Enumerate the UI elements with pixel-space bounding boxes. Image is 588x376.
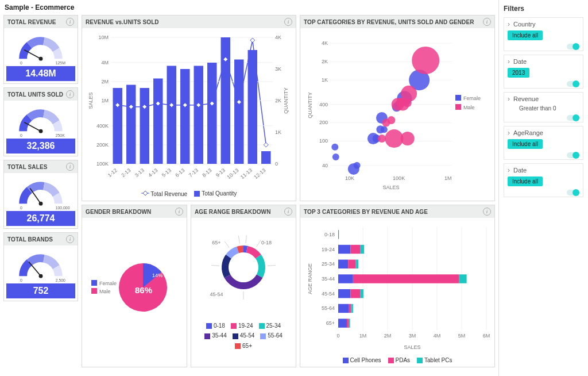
svg-text:19-24: 19-24 [322,247,335,252]
filter-name[interactable]: AgeRange [504,126,583,139]
kpi-title: TOTAL BRANDS [7,236,53,243]
filter-value[interactable]: Include all [508,30,579,40]
svg-text:Female: Female [99,281,117,286]
legend-item: Total Revenue [141,190,188,197]
filter-toggle[interactable] [504,190,583,197]
filter-toggle[interactable] [504,115,583,122]
svg-text:6M: 6M [483,333,490,339]
filter-value[interactable]: Greater than 0 [508,105,579,112]
info-icon[interactable]: i [66,235,74,243]
filter-value[interactable]: Include all [508,177,579,186]
svg-rect-179 [349,319,350,327]
gauge-brands: 02,500 [9,249,72,283]
svg-rect-171 [361,289,363,298]
svg-rect-173 [338,304,349,313]
svg-rect-56 [207,63,216,164]
svg-text:1M: 1M [359,333,367,339]
info-icon[interactable]: i [284,18,292,26]
svg-point-115 [412,47,439,74]
svg-text:0: 0 [336,333,339,339]
svg-rect-68 [261,151,270,164]
filter-name[interactable]: Date [504,55,583,68]
filter-block[interactable]: AgeRangeInclude all [504,126,583,160]
svg-rect-174 [349,304,351,313]
chart-title: REVENUE vs.UNITS SOLD [86,19,159,25]
svg-rect-178 [347,319,349,327]
info-icon[interactable]: i [175,208,183,216]
svg-text:2,500: 2,500 [56,278,65,282]
svg-text:2M: 2M [384,333,392,339]
chart-title: TOP 3 CATEGORIES BY REVENUE AND AGE [304,209,428,215]
filter-value[interactable]: 2013 [508,68,579,78]
svg-rect-65 [248,50,257,164]
svg-text:45-54: 45-54 [322,291,335,297]
svg-rect-166 [353,274,459,283]
svg-text:QUANTITY: QUANTITY [307,92,313,118]
svg-rect-169 [338,289,351,298]
svg-point-114 [401,86,417,102]
svg-text:SALES: SALES [404,344,420,350]
svg-point-99 [381,126,388,133]
svg-rect-59 [221,37,230,164]
svg-rect-177 [338,319,347,327]
svg-text:11-13: 11-13 [239,167,253,180]
filter-name[interactable]: Country [504,18,583,30]
info-icon[interactable]: i [483,18,491,26]
filter-toggle[interactable] [504,152,583,159]
filters-title: Filters [504,3,583,17]
legend-item: 35-44 [204,332,227,339]
filter-block[interactable]: CountryInclude all [504,17,583,51]
info-icon[interactable]: i [483,208,491,216]
svg-text:400K: 400K [96,123,109,129]
info-icon[interactable]: i [66,90,74,98]
kpi-value: 32,386 [6,139,75,154]
svg-text:3K: 3K [275,66,281,72]
info-icon[interactable]: i [284,208,292,216]
chart-revenue-units: REVENUE vs.UNITS SOLDi 100K200K400K1M2M4… [82,15,296,201]
svg-text:14%: 14% [152,273,163,278]
svg-text:65+: 65+ [212,240,220,245]
filter-block[interactable]: DateInclude all [504,163,583,197]
filter-value[interactable]: Include all [508,139,579,149]
info-icon[interactable]: i [66,163,74,171]
filter-toggle[interactable] [504,44,583,51]
gauge-revenue: 0125M [9,32,72,66]
chart-svg: 100K200K400K1M2M4M10M01K2K3K4K1-122-133-… [86,32,292,187]
legend-item: 65+ [235,343,252,349]
svg-line-129 [246,235,246,243]
chart-svg: 01M2M3M4M5M6M0-1819-2425-3435-4445-5455-… [304,221,492,354]
legend-item: 0-18 [206,323,225,329]
svg-text:10M: 10M [98,34,109,40]
info-icon[interactable]: i [66,18,74,26]
svg-point-105 [378,135,386,143]
svg-text:QUANTITY: QUANTITY [283,87,289,114]
legend-item: PDAs [388,357,411,363]
svg-text:400: 400 [319,102,328,108]
svg-text:200K: 200K [96,142,109,148]
svg-text:86%: 86% [135,285,152,295]
svg-rect-118 [455,95,461,101]
svg-text:1K: 1K [322,77,328,83]
svg-text:12-13: 12-13 [253,167,266,180]
svg-rect-175 [351,304,353,313]
kpi-card-units: TOTAL UNITS SOLDi 0250K 32,386 [3,87,78,156]
chart-title: TOP CATEGORIES BY REVENUE, UNITS SOLD AN… [304,19,474,25]
chart-svg: 401002004001K2K4K10K100K1MQUANTITYSALESF… [304,32,492,193]
filter-toggle[interactable] [504,81,583,88]
svg-rect-38 [126,85,136,164]
filter-block[interactable]: RevenueGreater than 0 [504,92,583,122]
filter-name[interactable]: Date [504,164,583,177]
svg-rect-159 [361,245,364,254]
svg-text:25-34: 25-34 [322,261,335,267]
svg-text:4K: 4K [322,40,328,46]
svg-text:0: 0 [275,161,278,167]
svg-line-131 [257,240,261,247]
svg-marker-74 [143,191,148,195]
kpi-value: 14.48M [6,66,75,81]
svg-text:100K: 100K [96,161,109,167]
svg-text:10K: 10K [345,175,354,181]
filter-name[interactable]: Revenue [504,93,583,105]
filters-panel: Filters CountryInclude allDate2013Revenu… [498,0,588,376]
filter-block[interactable]: Date2013 [504,55,583,89]
svg-point-107 [385,129,403,148]
